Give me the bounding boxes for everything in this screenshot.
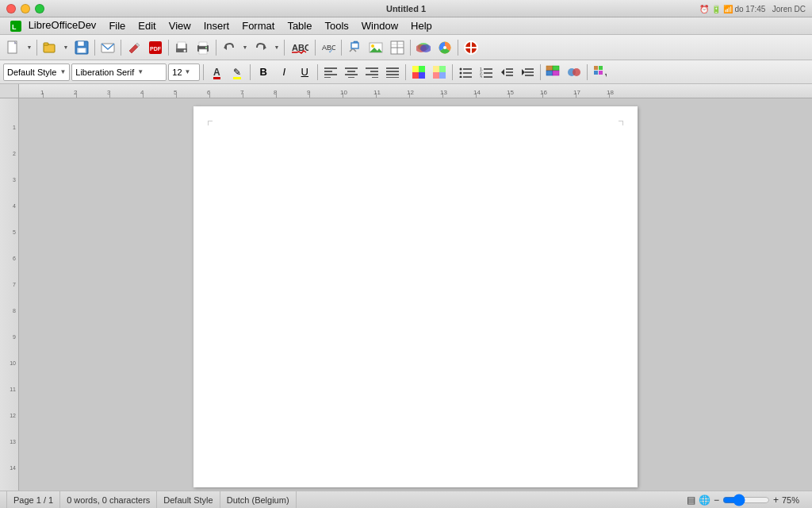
horizontal-ruler: 123456789101112131415161718 [19,84,812,98]
undo-button[interactable] [219,38,239,57]
svg-rect-6 [78,41,84,46]
menu-edit[interactable]: Edit [132,18,162,33]
svg-marker-77 [501,69,504,75]
zoom-level: 75% [782,495,806,505]
separator7 [315,40,316,56]
justify-button[interactable] [383,64,402,81]
align-center-button[interactable] [342,64,361,81]
zoom-slider[interactable] [722,497,770,503]
font-name-selector[interactable]: Liberation Serif ▼ [71,64,167,81]
color-palette-button[interactable] [435,38,455,57]
close-button[interactable] [6,4,16,13]
unordered-list-button[interactable] [456,64,475,81]
view-normal-icon[interactable]: ▤ [687,495,695,506]
svg-point-26 [371,44,374,48]
edit-mode-button[interactable] [124,38,144,57]
new-dropdown[interactable]: ▼ [25,38,34,57]
spellcheck-button[interactable]: ABC [287,38,312,57]
italic-button[interactable]: I [274,64,293,81]
menu-help[interactable]: Help [404,18,439,33]
menu-app[interactable]: L LibreOfficeDev [3,17,102,34]
ruler-container: 123456789101112131415161718 [0,84,812,98]
menu-tools[interactable]: Tools [318,18,354,33]
svg-text:3.: 3. [480,75,483,78]
table-borders-button[interactable] [544,64,563,81]
open-dropdown[interactable]: ▼ [61,38,71,57]
font-size-selector[interactable]: 12 ▼ [168,64,200,81]
save-button[interactable] [71,38,92,57]
help-button[interactable] [461,38,481,57]
undo-dropdown[interactable]: ▼ [240,38,250,57]
autocorrect-button[interactable]: ABC ✓ [318,38,339,57]
ordered-list-button[interactable]: 1. 2. 3. [477,64,496,81]
fullscreen-button[interactable] [35,4,44,13]
svg-text:PDF: PDF [150,46,162,52]
menu-format[interactable]: Format [236,18,281,33]
svg-rect-18 [199,49,207,54]
svg-marker-81 [522,69,525,75]
new-button[interactable] [3,38,24,57]
svg-point-19 [205,47,207,48]
svg-rect-60 [419,72,425,79]
menu-window[interactable]: Window [355,18,404,33]
status-bar: Page 1 / 1 0 words, 0 characters Default… [0,491,812,508]
separator3 [121,40,121,56]
document-area[interactable] [19,98,812,491]
traffic-lights [6,4,44,13]
svg-rect-64 [439,72,446,79]
separator-fmt6 [540,64,541,80]
menu-view[interactable]: View [163,18,197,33]
view-web-icon[interactable]: 🌐 [699,495,710,506]
open-button[interactable] [40,38,60,57]
margin-marker-tr [619,121,623,125]
document-page[interactable] [193,106,638,487]
align-right-button[interactable] [362,64,381,81]
email-button[interactable] [98,38,118,57]
align-left-button[interactable] [321,64,340,81]
bold-button[interactable]: B [254,64,273,81]
main-content: 123456789101112131415 [0,98,812,491]
paragraph-style-text: Default Style [163,495,213,505]
clone-format-button[interactable] [344,38,365,57]
paragraph-highlight-button[interactable] [409,64,428,81]
paragraph-style-status: Default Style [157,491,220,508]
page-number: Page 1 / 1 [13,495,53,505]
svg-rect-87 [546,71,553,75]
zoom-in-button[interactable]: + [773,495,779,506]
character-highlighting-button[interactable] [413,38,434,57]
redo-button[interactable] [251,38,271,57]
size-dropdown-arrow: ▼ [185,68,191,75]
separator1 [36,40,37,56]
print-button[interactable] [193,38,213,57]
separator4 [168,40,169,56]
svg-rect-86 [553,66,559,71]
insert-table-button[interactable] [387,38,408,57]
separator9 [410,40,411,56]
toolbar2: Default Style ▼ Liberation Serif ▼ 12 ▼ … [0,60,812,84]
insert-image-button[interactable] [366,38,386,57]
language-status: Dutch (Belgium) [220,491,297,508]
print-preview-button[interactable] [171,38,192,57]
highlighting-button[interactable]: ✎ [228,64,247,81]
menu-insert[interactable]: Insert [197,18,236,33]
menu-file[interactable]: File [102,18,132,33]
character-color-button[interactable] [565,64,584,81]
font-color-button[interactable]: A [207,64,226,81]
redo-dropdown[interactable]: ▼ [272,38,282,57]
increase-indent-button[interactable] [518,64,537,81]
paragraph-style-selector[interactable]: Default Style ▼ [3,64,70,81]
word-count-text: 0 words, 0 characters [67,495,150,505]
zoom-out-button[interactable]: − [714,495,719,506]
export-pdf-button[interactable]: PDF [145,38,166,57]
separator-fmt4 [405,64,406,80]
menu-table[interactable]: Table [281,18,318,33]
minimize-button[interactable] [21,4,30,13]
clear-formatting-button[interactable] [430,64,449,81]
underline-button[interactable]: U [295,64,314,81]
separator-fmt1 [203,64,204,80]
svg-point-15 [184,49,186,52]
more-options-button[interactable]: ▼ [591,64,610,81]
svg-rect-88 [553,71,559,75]
svg-rect-4 [44,43,48,45]
decrease-indent-button[interactable] [497,64,516,81]
